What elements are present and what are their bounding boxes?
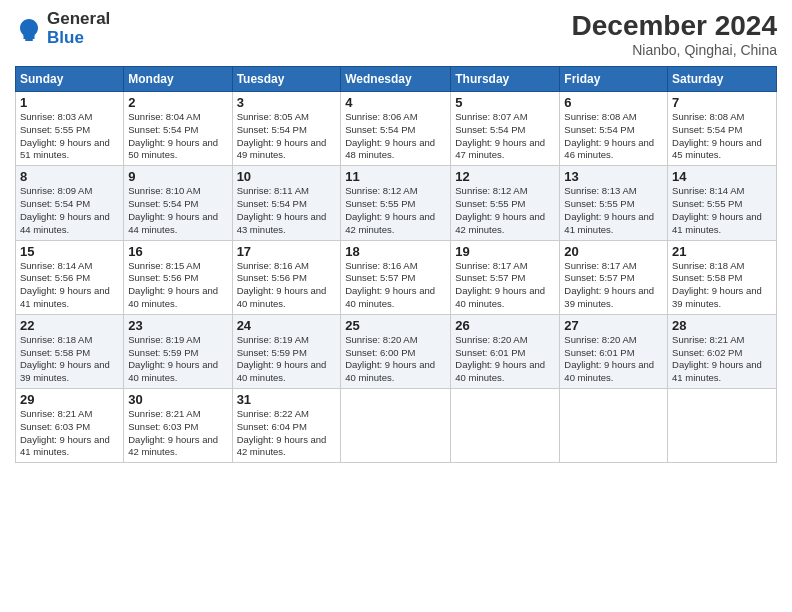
empty-cell	[668, 389, 777, 463]
day-info: Sunrise: 8:08 AM Sunset: 5:54 PM Dayligh…	[672, 111, 772, 162]
col-sunday: Sunday	[16, 67, 124, 92]
day-info: Sunrise: 8:18 AM Sunset: 5:58 PM Dayligh…	[20, 334, 119, 385]
day-cell-20: 20 Sunrise: 8:17 AM Sunset: 5:57 PM Dayl…	[560, 240, 668, 314]
day-cell-11: 11 Sunrise: 8:12 AM Sunset: 5:55 PM Dayl…	[341, 166, 451, 240]
day-number: 15	[20, 244, 119, 259]
day-info: Sunrise: 8:18 AM Sunset: 5:58 PM Dayligh…	[672, 260, 772, 311]
col-friday: Friday	[560, 67, 668, 92]
day-number: 7	[672, 95, 772, 110]
day-cell-29: 29 Sunrise: 8:21 AM Sunset: 6:03 PM Dayl…	[16, 389, 124, 463]
day-info: Sunrise: 8:04 AM Sunset: 5:54 PM Dayligh…	[128, 111, 227, 162]
day-number: 27	[564, 318, 663, 333]
day-number: 9	[128, 169, 227, 184]
week-row-1: 1 Sunrise: 8:03 AM Sunset: 5:55 PM Dayli…	[16, 92, 777, 166]
col-saturday: Saturday	[668, 67, 777, 92]
day-info: Sunrise: 8:12 AM Sunset: 5:55 PM Dayligh…	[455, 185, 555, 236]
day-number: 2	[128, 95, 227, 110]
logo-text: General Blue	[47, 10, 110, 47]
day-number: 17	[237, 244, 337, 259]
header-row: Sunday Monday Tuesday Wednesday Thursday…	[16, 67, 777, 92]
day-cell-31: 31 Sunrise: 8:22 AM Sunset: 6:04 PM Dayl…	[232, 389, 341, 463]
col-wednesday: Wednesday	[341, 67, 451, 92]
day-number: 21	[672, 244, 772, 259]
day-cell-17: 17 Sunrise: 8:16 AM Sunset: 5:56 PM Dayl…	[232, 240, 341, 314]
day-number: 12	[455, 169, 555, 184]
day-number: 19	[455, 244, 555, 259]
day-number: 14	[672, 169, 772, 184]
day-number: 5	[455, 95, 555, 110]
day-number: 23	[128, 318, 227, 333]
day-info: Sunrise: 8:21 AM Sunset: 6:03 PM Dayligh…	[128, 408, 227, 459]
week-row-4: 22 Sunrise: 8:18 AM Sunset: 5:58 PM Dayl…	[16, 314, 777, 388]
day-info: Sunrise: 8:13 AM Sunset: 5:55 PM Dayligh…	[564, 185, 663, 236]
day-number: 30	[128, 392, 227, 407]
day-number: 24	[237, 318, 337, 333]
day-info: Sunrise: 8:20 AM Sunset: 6:00 PM Dayligh…	[345, 334, 446, 385]
day-cell-15: 15 Sunrise: 8:14 AM Sunset: 5:56 PM Dayl…	[16, 240, 124, 314]
day-info: Sunrise: 8:20 AM Sunset: 6:01 PM Dayligh…	[455, 334, 555, 385]
day-cell-7: 7 Sunrise: 8:08 AM Sunset: 5:54 PM Dayli…	[668, 92, 777, 166]
day-number: 28	[672, 318, 772, 333]
day-cell-24: 24 Sunrise: 8:19 AM Sunset: 5:59 PM Dayl…	[232, 314, 341, 388]
day-cell-1: 1 Sunrise: 8:03 AM Sunset: 5:55 PM Dayli…	[16, 92, 124, 166]
day-cell-9: 9 Sunrise: 8:10 AM Sunset: 5:54 PM Dayli…	[124, 166, 232, 240]
day-cell-5: 5 Sunrise: 8:07 AM Sunset: 5:54 PM Dayli…	[451, 92, 560, 166]
day-info: Sunrise: 8:19 AM Sunset: 5:59 PM Dayligh…	[128, 334, 227, 385]
day-number: 22	[20, 318, 119, 333]
day-cell-16: 16 Sunrise: 8:15 AM Sunset: 5:56 PM Dayl…	[124, 240, 232, 314]
location: Nianbo, Qinghai, China	[572, 42, 777, 58]
week-row-3: 15 Sunrise: 8:14 AM Sunset: 5:56 PM Dayl…	[16, 240, 777, 314]
col-thursday: Thursday	[451, 67, 560, 92]
day-info: Sunrise: 8:16 AM Sunset: 5:56 PM Dayligh…	[237, 260, 337, 311]
day-info: Sunrise: 8:22 AM Sunset: 6:04 PM Dayligh…	[237, 408, 337, 459]
day-cell-18: 18 Sunrise: 8:16 AM Sunset: 5:57 PM Dayl…	[341, 240, 451, 314]
day-cell-30: 30 Sunrise: 8:21 AM Sunset: 6:03 PM Dayl…	[124, 389, 232, 463]
day-cell-23: 23 Sunrise: 8:19 AM Sunset: 5:59 PM Dayl…	[124, 314, 232, 388]
day-info: Sunrise: 8:05 AM Sunset: 5:54 PM Dayligh…	[237, 111, 337, 162]
day-number: 3	[237, 95, 337, 110]
empty-cell	[451, 389, 560, 463]
logo-icon	[15, 15, 43, 43]
day-cell-26: 26 Sunrise: 8:20 AM Sunset: 6:01 PM Dayl…	[451, 314, 560, 388]
day-cell-22: 22 Sunrise: 8:18 AM Sunset: 5:58 PM Dayl…	[16, 314, 124, 388]
day-number: 29	[20, 392, 119, 407]
day-number: 1	[20, 95, 119, 110]
day-info: Sunrise: 8:12 AM Sunset: 5:55 PM Dayligh…	[345, 185, 446, 236]
day-cell-10: 10 Sunrise: 8:11 AM Sunset: 5:54 PM Dayl…	[232, 166, 341, 240]
day-cell-13: 13 Sunrise: 8:13 AM Sunset: 5:55 PM Dayl…	[560, 166, 668, 240]
day-cell-12: 12 Sunrise: 8:12 AM Sunset: 5:55 PM Dayl…	[451, 166, 560, 240]
day-info: Sunrise: 8:03 AM Sunset: 5:55 PM Dayligh…	[20, 111, 119, 162]
header: General Blue December 2024 Nianbo, Qingh…	[15, 10, 777, 58]
logo-blue: Blue	[47, 28, 84, 47]
title-block: December 2024 Nianbo, Qinghai, China	[572, 10, 777, 58]
calendar-table: Sunday Monday Tuesday Wednesday Thursday…	[15, 66, 777, 463]
col-monday: Monday	[124, 67, 232, 92]
day-info: Sunrise: 8:10 AM Sunset: 5:54 PM Dayligh…	[128, 185, 227, 236]
day-cell-2: 2 Sunrise: 8:04 AM Sunset: 5:54 PM Dayli…	[124, 92, 232, 166]
svg-rect-0	[25, 39, 33, 41]
logo-general: General	[47, 9, 110, 28]
day-info: Sunrise: 8:20 AM Sunset: 6:01 PM Dayligh…	[564, 334, 663, 385]
empty-cell	[341, 389, 451, 463]
day-cell-19: 19 Sunrise: 8:17 AM Sunset: 5:57 PM Dayl…	[451, 240, 560, 314]
day-number: 16	[128, 244, 227, 259]
day-info: Sunrise: 8:07 AM Sunset: 5:54 PM Dayligh…	[455, 111, 555, 162]
day-number: 20	[564, 244, 663, 259]
week-row-2: 8 Sunrise: 8:09 AM Sunset: 5:54 PM Dayli…	[16, 166, 777, 240]
day-info: Sunrise: 8:21 AM Sunset: 6:02 PM Dayligh…	[672, 334, 772, 385]
day-info: Sunrise: 8:14 AM Sunset: 5:55 PM Dayligh…	[672, 185, 772, 236]
day-info: Sunrise: 8:09 AM Sunset: 5:54 PM Dayligh…	[20, 185, 119, 236]
empty-cell	[560, 389, 668, 463]
logo: General Blue	[15, 10, 110, 47]
day-cell-25: 25 Sunrise: 8:20 AM Sunset: 6:00 PM Dayl…	[341, 314, 451, 388]
day-number: 26	[455, 318, 555, 333]
month-year: December 2024	[572, 10, 777, 42]
day-info: Sunrise: 8:15 AM Sunset: 5:56 PM Dayligh…	[128, 260, 227, 311]
day-cell-8: 8 Sunrise: 8:09 AM Sunset: 5:54 PM Dayli…	[16, 166, 124, 240]
day-cell-28: 28 Sunrise: 8:21 AM Sunset: 6:02 PM Dayl…	[668, 314, 777, 388]
calendar-page: General Blue December 2024 Nianbo, Qingh…	[0, 0, 792, 612]
day-cell-6: 6 Sunrise: 8:08 AM Sunset: 5:54 PM Dayli…	[560, 92, 668, 166]
day-number: 25	[345, 318, 446, 333]
day-number: 8	[20, 169, 119, 184]
day-info: Sunrise: 8:19 AM Sunset: 5:59 PM Dayligh…	[237, 334, 337, 385]
